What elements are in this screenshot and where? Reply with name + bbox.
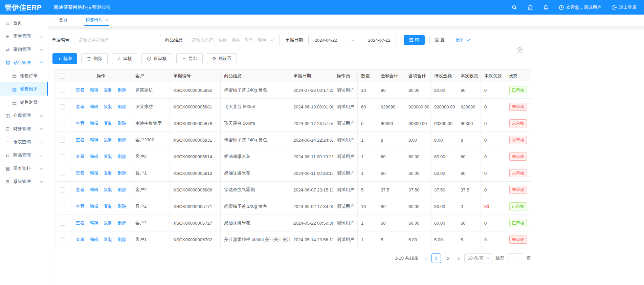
sidebar-item-sales-outbound[interactable]: ▤销售出库 <box>0 82 48 96</box>
action-copy[interactable]: 复制 <box>104 121 112 126</box>
action-copy[interactable]: 复制 <box>104 87 112 93</box>
page-size-select[interactable]: 10 条/页 <box>464 253 492 263</box>
action-edit[interactable]: 编辑 <box>90 220 98 225</box>
action-copy[interactable]: 复制 <box>104 137 112 142</box>
jump-page-input[interactable] <box>508 253 523 263</box>
action-delete[interactable]: 删除 <box>118 137 127 142</box>
audit-button[interactable]: ✓审核 <box>112 53 137 64</box>
page-2[interactable]: 2 <box>444 253 453 263</box>
action-copy[interactable]: 复制 <box>104 237 112 242</box>
action-edit[interactable]: 编辑 <box>90 237 98 242</box>
date-from[interactable]: 2024-04-22 <box>315 38 337 43</box>
action-view[interactable]: 查看 <box>75 154 84 159</box>
next-page-button[interactable]: › <box>457 255 461 262</box>
action-view[interactable]: 查看 <box>75 104 84 109</box>
row-checkbox[interactable] <box>60 138 65 143</box>
building-icon[interactable] <box>527 5 533 10</box>
logout-button[interactable]: 退出登录 <box>612 4 637 11</box>
product-info-input[interactable] <box>188 35 280 45</box>
action-view[interactable]: 查看 <box>75 121 84 126</box>
prev-page-button[interactable]: ‹ <box>423 255 428 262</box>
sidebar-item-purchase-management[interactable]: ⇄采购管理 <box>0 43 48 56</box>
action-delete[interactable]: 删除 <box>118 220 127 225</box>
row-checkbox[interactable] <box>60 204 65 209</box>
sidebar-item-sales-order[interactable]: ▤销售订单 <box>0 69 48 82</box>
tab-home[interactable]: 首页 <box>58 15 69 26</box>
action-copy[interactable]: 复制 <box>104 104 112 109</box>
help-icon[interactable]: ? <box>517 47 523 53</box>
sidebar-item-product-management[interactable]: ⊔商品管理 <box>0 148 48 162</box>
tab-label: 首页 <box>59 17 68 23</box>
row-checkbox[interactable] <box>60 237 65 242</box>
action-delete[interactable]: 删除 <box>118 104 127 109</box>
action-edit[interactable]: 编辑 <box>90 87 98 93</box>
action-delete[interactable]: 删除 <box>118 204 127 209</box>
cell-product: 蜂蜜柚子茶 240g 黄色 <box>221 82 290 99</box>
sidebar-item-sales-return[interactable]: ▤销售退货 <box>0 96 48 109</box>
tab-sales-outbound[interactable]: 销售出库× <box>84 15 109 26</box>
unaudit-button[interactable]: 反审核 <box>141 53 172 64</box>
action-copy[interactable]: 复制 <box>104 204 112 209</box>
action-delete[interactable]: 删除 <box>118 237 127 242</box>
action-view[interactable]: 查看 <box>75 87 84 93</box>
sidebar-item-system-management[interactable]: ⚙系统管理 <box>0 175 48 188</box>
sidebar-item-retail-management[interactable]: ⊞零售管理 <box>0 29 48 43</box>
action-view[interactable]: 查看 <box>75 170 84 176</box>
row-checkbox[interactable] <box>60 121 65 126</box>
action-copy[interactable]: 复制 <box>104 154 112 159</box>
action-view[interactable]: 查看 <box>75 204 84 209</box>
sidebar-item-basic-data[interactable]: ▦基本资料 <box>0 162 48 175</box>
action-delete[interactable]: 删除 <box>118 121 127 126</box>
bell-icon[interactable] <box>543 5 549 10</box>
action-copy[interactable]: 复制 <box>104 170 112 176</box>
page-1[interactable]: 1 <box>431 253 441 263</box>
action-delete[interactable]: 删除 <box>118 154 127 159</box>
sidebar-item-warehouse-management[interactable]: ◫仓库管理 <box>0 109 48 122</box>
action-copy[interactable]: 复制 <box>104 187 112 192</box>
action-view[interactable]: 查看 <box>75 237 84 242</box>
row-checkbox[interactable] <box>60 171 65 176</box>
date-range-picker[interactable]: 2024-04-22 ~ 2024-07-22 <box>308 35 397 45</box>
close-icon[interactable]: × <box>105 17 108 23</box>
export-button[interactable]: 导出 <box>176 53 203 64</box>
search-button[interactable]: 查 询 <box>404 35 425 45</box>
select-all-header <box>55 70 70 82</box>
pagination-total: 1-10 共18条 <box>395 255 419 261</box>
column-settings-button[interactable]: ⚙列设置 <box>207 53 237 64</box>
sidebar-item-finance-management[interactable]: ⊡财务管理 <box>0 122 48 135</box>
action-edit[interactable]: 编辑 <box>90 187 98 192</box>
action-copy[interactable]: 复制 <box>104 220 112 225</box>
action-edit[interactable]: 编辑 <box>90 204 98 209</box>
row-checkbox[interactable] <box>60 187 65 192</box>
row-checkbox[interactable] <box>60 154 65 159</box>
sidebar-item-home[interactable]: ⌂首页 <box>0 16 48 29</box>
doc-no-input[interactable] <box>75 35 161 45</box>
row-checkbox[interactable] <box>60 221 65 226</box>
action-edit[interactable]: 编辑 <box>90 170 98 176</box>
reset-button[interactable]: 重 置 <box>429 35 450 45</box>
sidebar-item-report-query[interactable]: ◔报表查询 <box>0 135 48 148</box>
action-edit[interactable]: 编辑 <box>90 154 98 159</box>
action-delete[interactable]: 删除 <box>118 187 127 192</box>
system-icon: ⚙ <box>5 179 10 184</box>
select-all-checkbox[interactable] <box>60 74 65 79</box>
expand-toggle[interactable]: 展开 <box>456 37 469 43</box>
row-checkbox[interactable] <box>60 104 65 109</box>
action-view[interactable]: 查看 <box>75 220 84 225</box>
row-checkbox[interactable] <box>60 88 65 93</box>
action-delete[interactable]: 删除 <box>118 170 127 176</box>
action-separator: | <box>114 154 115 159</box>
date-to[interactable]: 2024-07-22 <box>368 38 391 43</box>
action-separator: | <box>114 237 115 242</box>
sidebar-item-sales-management[interactable]: 销售管理 <box>0 56 48 69</box>
delete-button[interactable]: 删除 <box>81 53 108 64</box>
add-button[interactable]: +新增 <box>52 53 77 64</box>
action-edit[interactable]: 编辑 <box>90 104 98 109</box>
action-view[interactable]: 查看 <box>75 137 84 142</box>
search-icon[interactable] <box>512 5 517 10</box>
action-view[interactable]: 查看 <box>75 187 84 192</box>
action-edit[interactable]: 编辑 <box>90 137 98 142</box>
action-edit[interactable]: 编辑 <box>90 121 98 126</box>
action-separator: | <box>86 237 87 242</box>
action-delete[interactable]: 删除 <box>118 87 127 93</box>
